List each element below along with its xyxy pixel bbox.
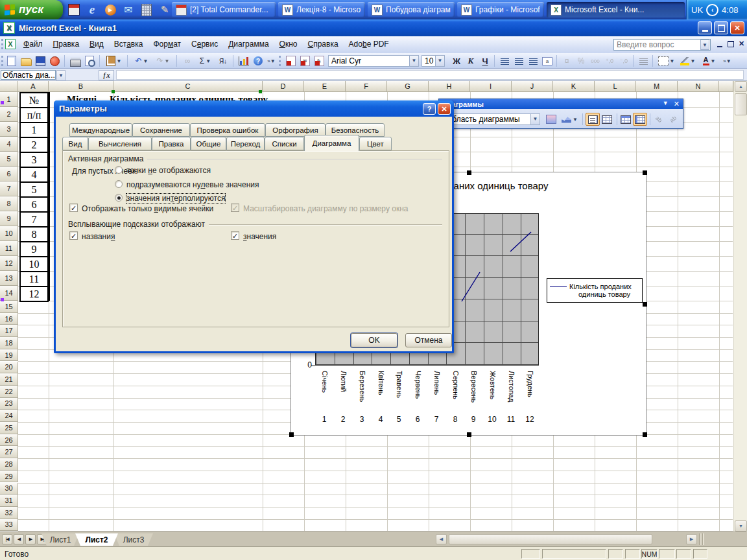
paste-icon[interactable]: ▼ xyxy=(104,54,124,67)
align-left-button[interactable] xyxy=(498,54,511,67)
table-cell-a8[interactable]: 6 xyxy=(19,196,49,213)
column-header[interactable]: B xyxy=(49,81,113,92)
insert-function-button[interactable]: ƒx xyxy=(99,70,114,80)
column-header[interactable]: J xyxy=(512,81,553,92)
row-header[interactable]: 8 xyxy=(0,196,18,211)
row-header[interactable]: 26 xyxy=(0,434,18,447)
restore-button[interactable] xyxy=(714,21,728,34)
undo-icon[interactable]: ↶▼ xyxy=(132,54,152,67)
percent-button[interactable]: % xyxy=(575,54,587,67)
scroll-down-icon[interactable]: ▼ xyxy=(735,520,747,531)
chart-selection-handle[interactable] xyxy=(289,432,294,437)
menu-item[interactable]: Adobe PDF xyxy=(344,36,394,51)
row-header[interactable]: 32 xyxy=(0,507,18,519)
open-icon[interactable] xyxy=(19,54,32,67)
table-cell-a2[interactable]: п/п xyxy=(19,107,49,123)
chart-legend[interactable]: Кількість проданих одиниць товару xyxy=(547,278,643,303)
workbook-restore-button[interactable] xyxy=(726,39,735,49)
by-rows-icon[interactable] xyxy=(619,113,633,126)
align-right-button[interactable] xyxy=(527,54,540,67)
column-header[interactable]: A xyxy=(18,81,49,92)
sheet-tab[interactable]: Лист3 xyxy=(114,533,153,546)
dialog-tab[interactable]: Цвет xyxy=(359,137,392,150)
table-cell-a3[interactable]: 1 xyxy=(19,122,49,138)
taskbar-task-button[interactable]: WПобудова діаграм - ... xyxy=(368,2,455,18)
dialog-tab[interactable]: Сохранение xyxy=(132,123,190,137)
column-header[interactable]: L xyxy=(595,81,636,92)
dialog-tab[interactable]: Вычисления xyxy=(88,137,152,150)
calculator-icon[interactable] xyxy=(139,3,154,17)
row-header[interactable]: 3 xyxy=(0,122,18,137)
table-cell-a7[interactable]: 5 xyxy=(19,181,49,198)
row-header[interactable]: 22 xyxy=(0,386,18,398)
dialog-close-button[interactable]: ✕ xyxy=(438,103,451,115)
help-icon[interactable]: ? xyxy=(252,54,265,67)
hide-icons-button[interactable]: ‹ xyxy=(706,4,718,16)
checkbox-names[interactable]: ✓ xyxy=(69,231,78,240)
vertical-scrollbar[interactable]: ▲ ▼ xyxy=(733,81,747,531)
row-header[interactable]: 30 xyxy=(0,483,18,495)
column-header[interactable]: E xyxy=(304,81,346,92)
column-header[interactable]: K xyxy=(553,81,595,92)
table-cell-a5[interactable]: 3 xyxy=(19,152,49,168)
language-indicator[interactable]: UK xyxy=(691,5,703,15)
taskbar-task-button[interactable]: WЛекція-8 - Microsoft ... xyxy=(278,2,365,18)
row-header[interactable]: 6 xyxy=(0,167,18,181)
font-size-combo[interactable]: 10▼ xyxy=(421,55,445,67)
menu-item[interactable]: Правка xyxy=(48,36,85,51)
row-header[interactable]: 24 xyxy=(0,410,18,422)
question-input[interactable]: Введите вопрос xyxy=(613,39,711,51)
tab-split-handle[interactable] xyxy=(699,533,704,545)
workbook-minimize-button[interactable] xyxy=(715,39,724,49)
cancel-button[interactable]: Отмена xyxy=(405,333,452,347)
dialog-tab[interactable]: Общие xyxy=(191,137,226,150)
sort-ascending-icon[interactable]: Я↓ xyxy=(217,54,230,67)
menu-item[interactable]: Диаграмма xyxy=(223,36,274,51)
question-dropdown-icon[interactable]: ▼ xyxy=(700,40,709,50)
vertical-scroll-thumb[interactable] xyxy=(735,93,747,115)
dialog-title-bar[interactable]: Параметры xyxy=(54,100,454,117)
menu-item[interactable]: Вставка xyxy=(109,36,148,51)
radio-interpolated-label[interactable]: значения интерполируются xyxy=(126,194,225,203)
toolbar-options-icon[interactable]: »▼ xyxy=(723,54,731,67)
row-header[interactable]: 25 xyxy=(0,422,18,434)
menu-item[interactable]: Сервис xyxy=(186,36,223,51)
row-header[interactable]: 13 xyxy=(0,271,18,286)
name-box-dropdown-icon[interactable]: ▼ xyxy=(56,70,65,81)
chart-object-dropdown[interactable]: Область диаграммы ▼ xyxy=(443,113,540,125)
dialog-tab[interactable]: Проверка ошибок xyxy=(190,123,265,137)
total-commander-icon[interactable] xyxy=(67,3,81,17)
worksheet[interactable]: Кількість проданих одиниць товару 0 Кіль… xyxy=(0,81,747,531)
name-box[interactable]: Область диа... xyxy=(1,70,56,80)
pdf-email-icon[interactable]: ✉ xyxy=(298,54,311,67)
radio-points-not-shown-label[interactable]: точки не отображаются xyxy=(126,166,211,175)
pdf-convert-icon[interactable] xyxy=(284,54,297,67)
hyperlink-icon[interactable]: ∞ xyxy=(181,54,194,67)
row-header[interactable]: 16 xyxy=(0,313,18,325)
format-selection-icon[interactable] xyxy=(544,113,558,126)
dialog-tab[interactable]: Международные xyxy=(69,123,132,137)
table-cell-a13[interactable]: 11 xyxy=(19,271,49,287)
row-header[interactable]: 15 xyxy=(0,301,18,313)
angle-text-up-icon[interactable]: ab xyxy=(666,113,680,126)
italic-button[interactable]: К xyxy=(464,54,477,67)
dialog-tab[interactable]: Правка xyxy=(152,137,191,150)
row-header[interactable]: 5 xyxy=(0,152,18,167)
row-header[interactable]: 11 xyxy=(0,241,18,256)
checkbox-values-label[interactable]: значения xyxy=(243,232,276,241)
data-table-icon[interactable] xyxy=(600,113,614,126)
dialog-help-button[interactable]: ? xyxy=(423,103,436,115)
chart-selection-handle[interactable] xyxy=(467,170,471,175)
merge-center-button[interactable]: a xyxy=(541,54,554,67)
permission-icon[interactable] xyxy=(48,54,61,67)
chart-toolbar-title[interactable]: Диаграммы ▼✕ xyxy=(439,99,683,109)
redo-icon[interactable]: ↷▼ xyxy=(153,54,173,67)
select-all-corner[interactable] xyxy=(0,81,18,92)
menu-item[interactable]: Вид xyxy=(84,36,109,51)
menu-item[interactable]: Окно xyxy=(274,36,303,51)
dialog-tab-active[interactable]: Диаграмма xyxy=(304,135,359,151)
row-header[interactable]: 27 xyxy=(0,446,18,458)
start-button[interactable]: пуск xyxy=(0,0,63,19)
column-header[interactable]: I xyxy=(470,81,512,92)
table-cell-a9[interactable]: 7 xyxy=(19,211,49,228)
